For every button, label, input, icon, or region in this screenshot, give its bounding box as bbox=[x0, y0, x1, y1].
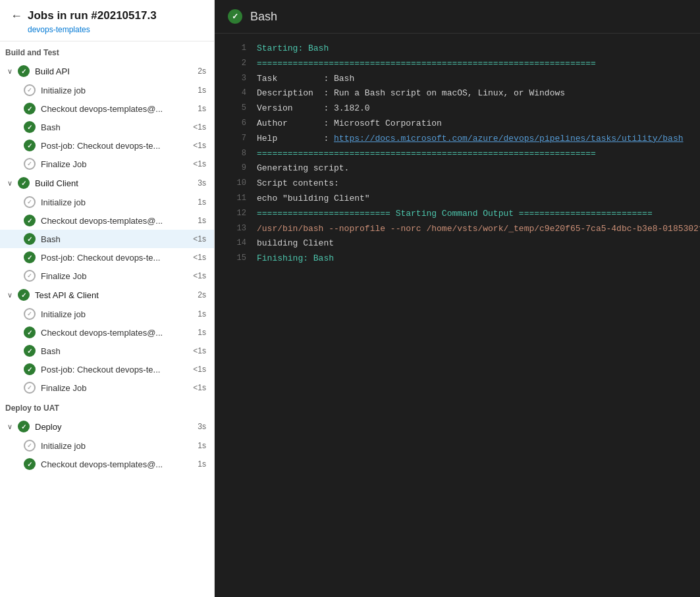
step-name: Checkout devops-templates@... bbox=[41, 328, 192, 338]
log-line: 14building Client bbox=[215, 236, 700, 251]
step-row[interactable]: Finalize Job<1s bbox=[0, 378, 214, 397]
step-status-icon bbox=[24, 158, 36, 170]
line-number: 2 bbox=[225, 57, 246, 71]
step-name: Bash bbox=[41, 122, 188, 132]
step-row[interactable]: Initialize job1s bbox=[0, 81, 214, 99]
log-line: 3Task : Bash bbox=[215, 72, 700, 87]
line-number: 5 bbox=[225, 102, 246, 116]
log-line: 13/usr/bin/bash --noprofile --norc /home… bbox=[215, 222, 700, 237]
log-line: 7Help : https://docs.microsoft.com/azure… bbox=[215, 132, 700, 147]
step-row[interactable]: Initialize job1s bbox=[0, 193, 214, 211]
step-status-icon bbox=[24, 440, 36, 452]
step-status-icon bbox=[24, 363, 36, 375]
step-row[interactable]: Post-job: Checkout devops-te...<1s bbox=[0, 360, 214, 378]
step-row[interactable]: Post-job: Checkout devops-te...<1s bbox=[0, 136, 214, 155]
sidebar-header: ← Jobs in run #20210517.3 devops-templat… bbox=[0, 0, 214, 41]
job-row[interactable]: ∨Build API2s bbox=[0, 61, 214, 81]
job-row[interactable]: ∨Test API & Client2s bbox=[0, 285, 214, 305]
line-content: Script contents: bbox=[257, 177, 339, 191]
step-status-icon bbox=[24, 345, 36, 357]
log-body: 1Starting: Bash2========================… bbox=[215, 34, 700, 597]
section-label: Build and Test bbox=[0, 41, 214, 61]
step-time: <1s bbox=[193, 253, 206, 262]
step-time: 1s bbox=[198, 441, 206, 450]
line-content: echo "building Client" bbox=[257, 192, 370, 206]
line-content: Help : https://docs.microsoft.com/azure/… bbox=[257, 132, 684, 146]
step-row[interactable]: Finalize Job<1s bbox=[0, 267, 214, 285]
step-row[interactable]: Initialize job1s bbox=[0, 305, 214, 323]
step-name: Finalize Job bbox=[41, 271, 188, 281]
log-line: 2=======================================… bbox=[215, 57, 700, 72]
step-time: <1s bbox=[193, 141, 206, 150]
job-time: 2s bbox=[198, 290, 206, 299]
line-content: ========================================… bbox=[257, 57, 596, 71]
step-status-icon bbox=[24, 84, 36, 96]
step-status-icon bbox=[24, 308, 36, 320]
step-status-icon bbox=[24, 196, 36, 208]
step-time: <1s bbox=[193, 271, 206, 280]
line-content: building Client bbox=[257, 237, 334, 251]
job-name: Build API bbox=[35, 66, 192, 76]
back-button[interactable]: ← bbox=[11, 10, 22, 22]
chevron-down-icon: ∨ bbox=[7, 291, 18, 299]
log-line: 6Author : Microsoft Corporation bbox=[215, 117, 700, 132]
line-content: Task : Bash bbox=[257, 72, 354, 86]
line-content: Version : 3.182.0 bbox=[257, 102, 370, 116]
log-line: 12========================== Starting Co… bbox=[215, 207, 700, 222]
line-number: 15 bbox=[225, 252, 246, 266]
log-link[interactable]: https://docs.microsoft.com/azure/devops/… bbox=[334, 134, 684, 143]
step-status-icon bbox=[24, 270, 36, 282]
step-status-icon bbox=[24, 140, 36, 151]
step-name: Initialize job bbox=[41, 197, 192, 207]
step-name: Post-job: Checkout devops-te... bbox=[41, 365, 188, 375]
step-row[interactable]: Bash<1s bbox=[0, 342, 214, 360]
line-content: Description : Run a Bash script on macOS… bbox=[257, 87, 565, 101]
step-time: 1s bbox=[198, 459, 206, 469]
step-row[interactable]: Finalize Job<1s bbox=[0, 155, 214, 173]
step-status-icon bbox=[24, 215, 36, 226]
step-name: Bash bbox=[41, 234, 188, 244]
line-number: 14 bbox=[225, 237, 246, 251]
step-row[interactable]: Post-job: Checkout devops-te...<1s bbox=[0, 248, 214, 267]
step-row[interactable]: Checkout devops-templates@...1s bbox=[0, 211, 214, 230]
step-time: <1s bbox=[193, 122, 206, 132]
log-line: 5Version : 3.182.0 bbox=[215, 101, 700, 117]
step-name: Finalize Job bbox=[41, 159, 188, 169]
step-status-icon bbox=[24, 458, 36, 470]
step-name: Checkout devops-templates@... bbox=[41, 216, 192, 226]
status-icon bbox=[18, 421, 30, 432]
job-name: Deploy bbox=[35, 422, 192, 432]
step-status-icon bbox=[24, 326, 36, 338]
step-name: Initialize job bbox=[41, 86, 192, 95]
chevron-down-icon: ∨ bbox=[7, 179, 18, 188]
line-number: 11 bbox=[225, 192, 246, 206]
line-content: Starting: Bash bbox=[257, 42, 329, 56]
status-icon bbox=[18, 65, 30, 77]
step-row[interactable]: Checkout devops-templates@...1s bbox=[0, 455, 214, 473]
step-time: 1s bbox=[198, 104, 206, 113]
line-number: 10 bbox=[225, 177, 246, 191]
log-status-icon: ✓ bbox=[228, 9, 242, 24]
log-line: 1Starting: Bash bbox=[215, 41, 700, 57]
step-row[interactable]: Bash<1s bbox=[0, 118, 214, 136]
line-number: 7 bbox=[225, 132, 246, 146]
chevron-down-icon: ∨ bbox=[7, 67, 18, 76]
step-name: Initialize job bbox=[41, 441, 192, 451]
job-name: Build Client bbox=[35, 178, 192, 188]
chevron-down-icon: ∨ bbox=[7, 423, 18, 431]
line-content: Generating script. bbox=[257, 162, 349, 176]
step-row[interactable]: Initialize job1s bbox=[0, 436, 214, 455]
step-row[interactable]: Checkout devops-templates@...1s bbox=[0, 99, 214, 118]
line-content: Finishing: Bash bbox=[257, 252, 334, 266]
step-row[interactable]: Bash<1s bbox=[0, 230, 214, 248]
job-row[interactable]: ∨Build Client3s bbox=[0, 173, 214, 193]
back-row: ← Jobs in run #20210517.3 bbox=[11, 9, 203, 22]
step-row[interactable]: Checkout devops-templates@...1s bbox=[0, 323, 214, 342]
step-name: Post-job: Checkout devops-te... bbox=[41, 253, 188, 263]
step-time: <1s bbox=[193, 346, 206, 355]
run-subtitle[interactable]: devops-templates bbox=[28, 25, 203, 34]
log-line: 10Script contents: bbox=[215, 176, 700, 192]
job-row[interactable]: ∨Deploy3s bbox=[0, 417, 214, 436]
step-name: Finalize Job bbox=[41, 383, 188, 393]
section-label: Deploy to UAT bbox=[0, 397, 214, 417]
